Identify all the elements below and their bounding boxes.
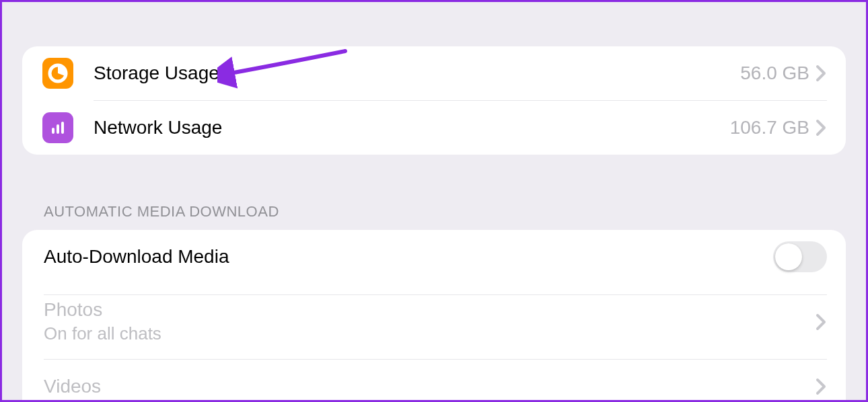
videos-label: Videos: [44, 376, 101, 397]
storage-usage-label: Storage Usage: [94, 63, 219, 84]
automatic-media-download-header: AUTOMATIC MEDIA DOWNLOAD: [44, 203, 824, 220]
storage-icon: [42, 58, 73, 89]
network-usage-value: 106.7 GB: [730, 117, 809, 138]
usage-card: Storage Usage 56.0 GB Network Usage 106.…: [22, 46, 846, 155]
auto-download-media-toggle[interactable]: [773, 241, 827, 272]
photos-label: Photos: [44, 299, 161, 321]
network-usage-label: Network Usage: [94, 117, 222, 138]
svg-rect-3: [61, 122, 64, 134]
svg-rect-1: [52, 128, 55, 134]
network-usage-row[interactable]: Network Usage 106.7 GB: [22, 101, 846, 155]
chevron-right-icon: [815, 64, 827, 83]
storage-usage-row[interactable]: Storage Usage 56.0 GB: [22, 46, 846, 100]
auto-download-media-label: Auto-Download Media: [44, 246, 229, 268]
photos-row[interactable]: Photos On for all chats: [22, 284, 846, 359]
network-icon: [42, 112, 73, 143]
svg-rect-2: [57, 124, 59, 134]
storage-usage-value: 56.0 GB: [740, 63, 809, 84]
auto-download-media-row[interactable]: Auto-Download Media: [22, 230, 846, 284]
photos-sublabel: On for all chats: [44, 323, 161, 344]
videos-row[interactable]: Videos: [22, 359, 846, 402]
auto-download-card: Auto-Download Media Photos On for all ch…: [22, 230, 846, 402]
chevron-right-icon: [815, 377, 827, 396]
chevron-right-icon: [815, 313, 827, 331]
toggle-knob: [775, 243, 802, 270]
chevron-right-icon: [815, 118, 827, 137]
